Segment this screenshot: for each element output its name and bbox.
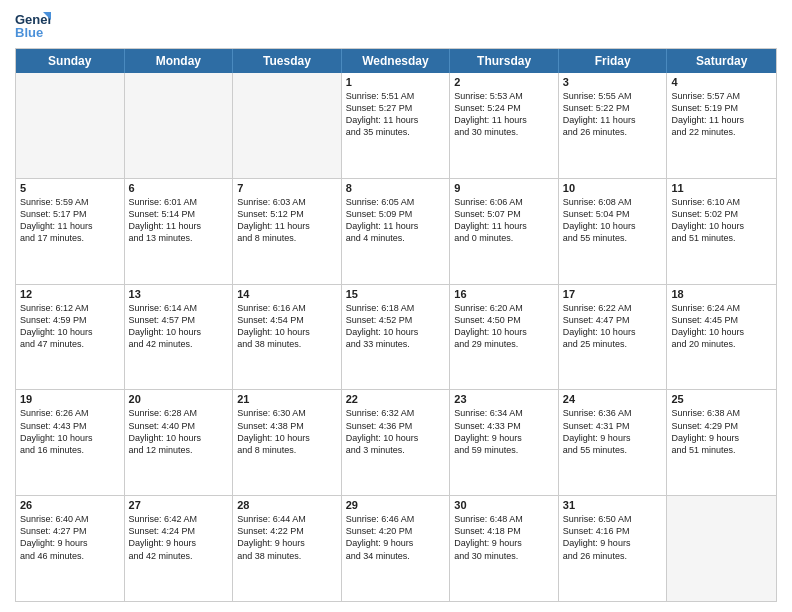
day-number: 13	[129, 288, 229, 300]
cell-info: Sunrise: 6:12 AM Sunset: 4:59 PM Dayligh…	[20, 302, 120, 351]
day-number: 22	[346, 393, 446, 405]
cell-info: Sunrise: 6:06 AM Sunset: 5:07 PM Dayligh…	[454, 196, 554, 245]
day-number: 31	[563, 499, 663, 511]
cell-info: Sunrise: 6:30 AM Sunset: 4:38 PM Dayligh…	[237, 407, 337, 456]
calendar-cell: 15Sunrise: 6:18 AM Sunset: 4:52 PM Dayli…	[342, 285, 451, 390]
cell-info: Sunrise: 5:55 AM Sunset: 5:22 PM Dayligh…	[563, 90, 663, 139]
calendar-cell: 6Sunrise: 6:01 AM Sunset: 5:14 PM Daylig…	[125, 179, 234, 284]
day-number: 19	[20, 393, 120, 405]
calendar-cell: 22Sunrise: 6:32 AM Sunset: 4:36 PM Dayli…	[342, 390, 451, 495]
calendar-cell: 26Sunrise: 6:40 AM Sunset: 4:27 PM Dayli…	[16, 496, 125, 601]
calendar-week-1: 1Sunrise: 5:51 AM Sunset: 5:27 PM Daylig…	[16, 73, 776, 179]
calendar-cell: 28Sunrise: 6:44 AM Sunset: 4:22 PM Dayli…	[233, 496, 342, 601]
logo: General Blue	[15, 10, 51, 40]
calendar-cell	[16, 73, 125, 178]
day-number: 16	[454, 288, 554, 300]
cell-info: Sunrise: 6:44 AM Sunset: 4:22 PM Dayligh…	[237, 513, 337, 562]
calendar-cell: 13Sunrise: 6:14 AM Sunset: 4:57 PM Dayli…	[125, 285, 234, 390]
cell-info: Sunrise: 6:48 AM Sunset: 4:18 PM Dayligh…	[454, 513, 554, 562]
calendar-cell: 29Sunrise: 6:46 AM Sunset: 4:20 PM Dayli…	[342, 496, 451, 601]
cell-info: Sunrise: 6:01 AM Sunset: 5:14 PM Dayligh…	[129, 196, 229, 245]
day-number: 8	[346, 182, 446, 194]
calendar-cell: 8Sunrise: 6:05 AM Sunset: 5:09 PM Daylig…	[342, 179, 451, 284]
day-number: 5	[20, 182, 120, 194]
calendar-week-4: 19Sunrise: 6:26 AM Sunset: 4:43 PM Dayli…	[16, 390, 776, 496]
calendar-cell	[125, 73, 234, 178]
day-number: 11	[671, 182, 772, 194]
calendar-cell: 7Sunrise: 6:03 AM Sunset: 5:12 PM Daylig…	[233, 179, 342, 284]
cell-info: Sunrise: 5:53 AM Sunset: 5:24 PM Dayligh…	[454, 90, 554, 139]
calendar-cell: 9Sunrise: 6:06 AM Sunset: 5:07 PM Daylig…	[450, 179, 559, 284]
cell-info: Sunrise: 6:14 AM Sunset: 4:57 PM Dayligh…	[129, 302, 229, 351]
svg-text:Blue: Blue	[15, 25, 43, 40]
day-number: 21	[237, 393, 337, 405]
calendar-body: 1Sunrise: 5:51 AM Sunset: 5:27 PM Daylig…	[16, 73, 776, 601]
day-number: 3	[563, 76, 663, 88]
day-header-saturday: Saturday	[667, 49, 776, 73]
day-number: 1	[346, 76, 446, 88]
cell-info: Sunrise: 6:42 AM Sunset: 4:24 PM Dayligh…	[129, 513, 229, 562]
calendar-cell: 31Sunrise: 6:50 AM Sunset: 4:16 PM Dayli…	[559, 496, 668, 601]
day-number: 6	[129, 182, 229, 194]
cell-info: Sunrise: 6:28 AM Sunset: 4:40 PM Dayligh…	[129, 407, 229, 456]
calendar-cell: 30Sunrise: 6:48 AM Sunset: 4:18 PM Dayli…	[450, 496, 559, 601]
calendar-cell: 25Sunrise: 6:38 AM Sunset: 4:29 PM Dayli…	[667, 390, 776, 495]
calendar-week-2: 5Sunrise: 5:59 AM Sunset: 5:17 PM Daylig…	[16, 179, 776, 285]
calendar-cell: 5Sunrise: 5:59 AM Sunset: 5:17 PM Daylig…	[16, 179, 125, 284]
day-number: 26	[20, 499, 120, 511]
calendar-cell: 2Sunrise: 5:53 AM Sunset: 5:24 PM Daylig…	[450, 73, 559, 178]
calendar-cell: 14Sunrise: 6:16 AM Sunset: 4:54 PM Dayli…	[233, 285, 342, 390]
day-number: 10	[563, 182, 663, 194]
day-number: 14	[237, 288, 337, 300]
day-number: 18	[671, 288, 772, 300]
cell-info: Sunrise: 6:24 AM Sunset: 4:45 PM Dayligh…	[671, 302, 772, 351]
cell-info: Sunrise: 6:34 AM Sunset: 4:33 PM Dayligh…	[454, 407, 554, 456]
day-number: 29	[346, 499, 446, 511]
cell-info: Sunrise: 6:20 AM Sunset: 4:50 PM Dayligh…	[454, 302, 554, 351]
day-header-tuesday: Tuesday	[233, 49, 342, 73]
calendar-cell: 11Sunrise: 6:10 AM Sunset: 5:02 PM Dayli…	[667, 179, 776, 284]
cell-info: Sunrise: 6:40 AM Sunset: 4:27 PM Dayligh…	[20, 513, 120, 562]
cell-info: Sunrise: 5:59 AM Sunset: 5:17 PM Dayligh…	[20, 196, 120, 245]
calendar-page: General Blue SundayMondayTuesdayWednesda…	[0, 0, 792, 612]
calendar-cell: 19Sunrise: 6:26 AM Sunset: 4:43 PM Dayli…	[16, 390, 125, 495]
day-number: 20	[129, 393, 229, 405]
day-number: 17	[563, 288, 663, 300]
day-number: 24	[563, 393, 663, 405]
cell-info: Sunrise: 6:50 AM Sunset: 4:16 PM Dayligh…	[563, 513, 663, 562]
calendar-cell: 20Sunrise: 6:28 AM Sunset: 4:40 PM Dayli…	[125, 390, 234, 495]
calendar-cell: 3Sunrise: 5:55 AM Sunset: 5:22 PM Daylig…	[559, 73, 668, 178]
day-header-friday: Friday	[559, 49, 668, 73]
header: General Blue	[15, 10, 777, 40]
logo-icon: General Blue	[15, 10, 51, 40]
cell-info: Sunrise: 6:32 AM Sunset: 4:36 PM Dayligh…	[346, 407, 446, 456]
cell-info: Sunrise: 6:10 AM Sunset: 5:02 PM Dayligh…	[671, 196, 772, 245]
day-number: 28	[237, 499, 337, 511]
cell-info: Sunrise: 6:08 AM Sunset: 5:04 PM Dayligh…	[563, 196, 663, 245]
cell-info: Sunrise: 5:57 AM Sunset: 5:19 PM Dayligh…	[671, 90, 772, 139]
day-number: 27	[129, 499, 229, 511]
day-number: 23	[454, 393, 554, 405]
calendar-week-5: 26Sunrise: 6:40 AM Sunset: 4:27 PM Dayli…	[16, 496, 776, 601]
calendar: SundayMondayTuesdayWednesdayThursdayFrid…	[15, 48, 777, 602]
cell-info: Sunrise: 6:03 AM Sunset: 5:12 PM Dayligh…	[237, 196, 337, 245]
calendar-cell	[233, 73, 342, 178]
calendar-cell: 24Sunrise: 6:36 AM Sunset: 4:31 PM Dayli…	[559, 390, 668, 495]
cell-info: Sunrise: 6:18 AM Sunset: 4:52 PM Dayligh…	[346, 302, 446, 351]
cell-info: Sunrise: 6:26 AM Sunset: 4:43 PM Dayligh…	[20, 407, 120, 456]
cell-info: Sunrise: 6:05 AM Sunset: 5:09 PM Dayligh…	[346, 196, 446, 245]
calendar-cell: 1Sunrise: 5:51 AM Sunset: 5:27 PM Daylig…	[342, 73, 451, 178]
cell-info: Sunrise: 6:16 AM Sunset: 4:54 PM Dayligh…	[237, 302, 337, 351]
cell-info: Sunrise: 6:22 AM Sunset: 4:47 PM Dayligh…	[563, 302, 663, 351]
calendar-cell: 27Sunrise: 6:42 AM Sunset: 4:24 PM Dayli…	[125, 496, 234, 601]
calendar-cell: 17Sunrise: 6:22 AM Sunset: 4:47 PM Dayli…	[559, 285, 668, 390]
cell-info: Sunrise: 6:46 AM Sunset: 4:20 PM Dayligh…	[346, 513, 446, 562]
day-header-thursday: Thursday	[450, 49, 559, 73]
day-number: 2	[454, 76, 554, 88]
calendar-cell: 12Sunrise: 6:12 AM Sunset: 4:59 PM Dayli…	[16, 285, 125, 390]
calendar-header-row: SundayMondayTuesdayWednesdayThursdayFrid…	[16, 49, 776, 73]
calendar-cell: 4Sunrise: 5:57 AM Sunset: 5:19 PM Daylig…	[667, 73, 776, 178]
day-header-wednesday: Wednesday	[342, 49, 451, 73]
day-number: 9	[454, 182, 554, 194]
day-header-sunday: Sunday	[16, 49, 125, 73]
